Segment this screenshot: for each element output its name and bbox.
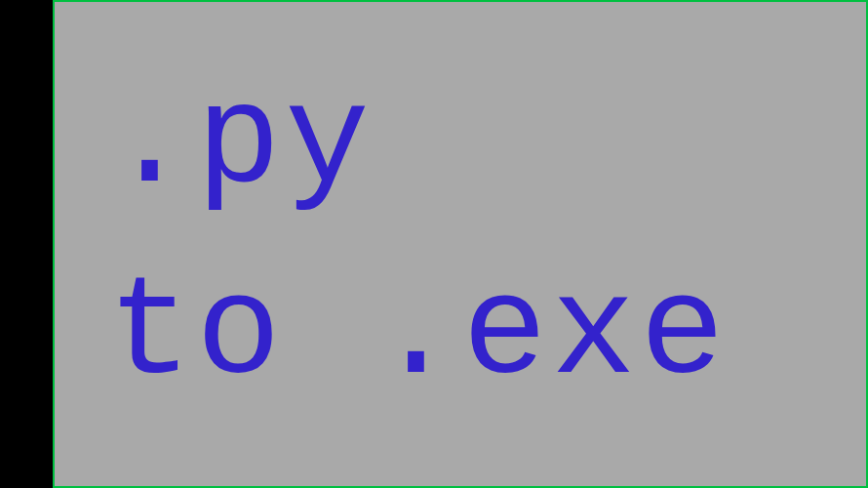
content-card: .py to .exe — [53, 0, 868, 488]
text-line-2: to .exe — [107, 239, 866, 430]
text-line-1: .py — [107, 48, 866, 239]
